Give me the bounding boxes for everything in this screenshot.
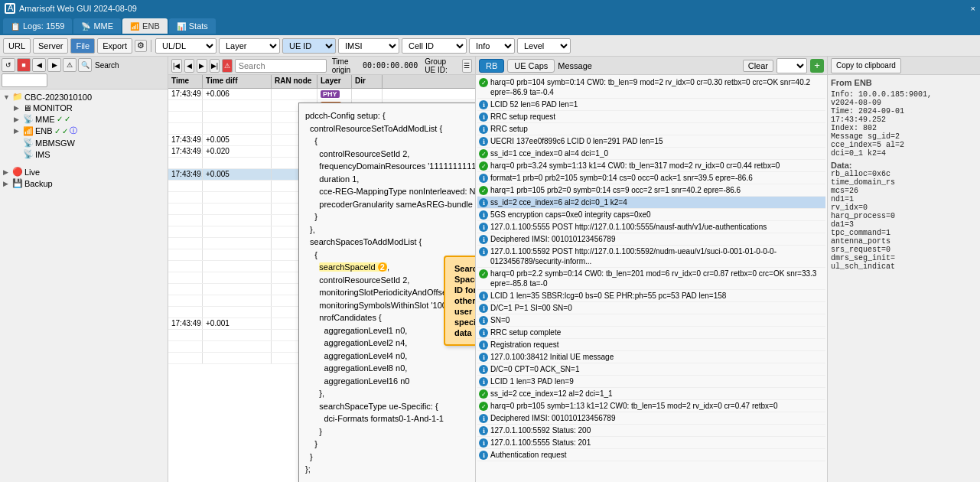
cell-time	[168, 341, 203, 352]
list-item[interactable]: ℹRRC setup complete	[477, 327, 825, 339]
cell-dir	[352, 89, 383, 99]
ue-caps-button[interactable]: UE Caps	[507, 59, 555, 73]
list-item[interactable]: ✓harq=1 prb=105 prb2=0 symb=0:14 cs=9 oc…	[477, 184, 825, 197]
rb-button[interactable]: RB	[479, 59, 504, 73]
imsi-select[interactable]: IMSI	[338, 38, 399, 54]
list-item[interactable]: ℹ127.0.100:38412 Initial UE message	[477, 351, 825, 363]
list-item[interactable]: ℹLCID 1 len=35 SBSR:lcg=0 bs=0 SE PHR:ph…	[477, 290, 825, 302]
list-item[interactable]: ℹ127.0.1.100:5555 POST http://127.0.1.10…	[477, 221, 825, 233]
cell-id-select[interactable]: Cell ID	[402, 38, 467, 54]
close-button[interactable]: ×	[971, 4, 975, 13]
settings-icon[interactable]: ⚙	[135, 40, 147, 52]
tree-item-mbmsgw[interactable]: 📡 MBMSGW	[2, 137, 166, 148]
list-item[interactable]: ℹRRC setup	[477, 123, 825, 135]
tab-mme[interactable]: 📡 MME	[73, 18, 121, 34]
message-filter-select[interactable]	[777, 58, 807, 73]
msg-text: RRC setup complete	[490, 327, 824, 337]
list-item[interactable]: ℹ5GS encryption caps=0xe0 integrity caps…	[477, 209, 825, 221]
copy-clipboard-button[interactable]: Copy to clipboard	[831, 58, 901, 73]
export-button[interactable]: Export	[97, 38, 132, 54]
data-srs: srs_request=0	[831, 246, 977, 254]
tree-search-input[interactable]	[2, 73, 47, 87]
list-item[interactable]: ℹss_id=2 cce_index=6 al=2 dci=0_1 k2=4	[477, 197, 825, 209]
next-icon[interactable]: ▶	[47, 58, 61, 72]
list-item[interactable]: ℹ127.0.1.100:5555 Status: 201	[477, 437, 825, 449]
prev-icon[interactable]: ◀	[32, 58, 46, 72]
tree-arrow: ▶	[14, 127, 21, 135]
list-item[interactable]: ℹSN=0	[477, 314, 825, 327]
list-item[interactable]: ℹ127.0.1.100:5592 Status: 200	[477, 425, 825, 437]
data-antenna: antenna_ports	[831, 237, 977, 246]
list-item[interactable]: ✓ss_id=2 cce_index=12 al=2 dci=1_1	[477, 388, 825, 400]
info-icon: ℹ	[479, 210, 488, 220]
layer-select[interactable]: Layer	[219, 38, 280, 54]
tree-label-enb: ENB	[35, 126, 53, 135]
list-item[interactable]: ℹRegistration request	[477, 339, 825, 351]
tree-item-mme[interactable]: ▶ 📡 MME ✓ ✓	[2, 113, 166, 125]
log-prev-icon[interactable]: ◀	[184, 59, 195, 73]
list-item[interactable]: ✓harq=0 prb=104 symb=0:14 CW0: tb_len=9 …	[477, 77, 825, 99]
list-item[interactable]: ℹUECRI 137ee0f899c6 LCID 0 len=291 PAD l…	[477, 135, 825, 148]
tree-item-enb[interactable]: ▶ 📶 ENB ✓ ✓ ⓘ	[2, 125, 166, 137]
log-next-icon[interactable]: ▶	[197, 59, 207, 73]
list-item[interactable]: ℹD/C=1 P=1 SI=00 SN=0	[477, 302, 825, 314]
info-icon: ℹ	[479, 328, 488, 337]
group-ue-icon[interactable]: ☰	[462, 59, 473, 73]
refresh-icon[interactable]: ↺	[2, 58, 15, 72]
log-last-icon[interactable]: ▶|	[210, 59, 220, 73]
info-section-from: From ENB	[831, 78, 977, 87]
info-select[interactable]: Info	[469, 38, 515, 54]
stop-icon[interactable]: ■	[17, 58, 31, 72]
log-stop-icon[interactable]: ⚠	[222, 59, 233, 73]
log-search-input[interactable]	[235, 59, 327, 73]
tree-item-ims[interactable]: 📡 IMS	[2, 148, 166, 160]
cell-time	[168, 123, 203, 134]
list-item[interactable]: ℹLCID 1 len=3 PAD len=9	[477, 376, 825, 388]
list-item[interactable]: ✓ss_id=1 cce_index=0 al=4 dci=1_0	[477, 148, 825, 160]
list-item[interactable]: ℹDeciphered IMSI: 001010123456789	[477, 412, 825, 425]
list-item[interactable]: ℹLCID 52 len=6 PAD len=1	[477, 99, 825, 111]
tab-stats[interactable]: 📊 Stats	[169, 18, 216, 34]
data-rb-alloc: rb_alloc=0x6c	[831, 170, 977, 178]
filter-icon[interactable]: 🔍	[78, 58, 92, 72]
tree-arrow: ▼	[3, 93, 11, 101]
level-select[interactable]: Level	[517, 38, 571, 54]
popup-line: searchSpacesToAddModList {	[305, 236, 475, 249]
list-item[interactable]: ℹ127.0.1.100:5592 POST http://127.0.1.10…	[477, 246, 825, 268]
svg-text:A: A	[8, 5, 14, 12]
tree-item-backup[interactable]: ▶ 💾 Backup	[2, 177, 166, 189]
tab-logs[interactable]: 📋 Logs: 1559	[3, 18, 72, 34]
info-icon: ℹ	[479, 365, 488, 374]
add-filter-button[interactable]: +	[810, 59, 824, 73]
cell-diff	[203, 284, 272, 295]
cell-time	[168, 307, 203, 318]
list-item[interactable]: ✓harq=0 prb=105 symb=1:13 k1=12 CW0: tb_…	[477, 400, 825, 412]
msg-text: format=1 prb=0 prb2=105 symb=0:14 cs=0 o…	[490, 173, 824, 183]
log-first-icon[interactable]: |◀	[171, 59, 182, 73]
list-item[interactable]: ℹRRC setup request	[477, 111, 825, 123]
message-label: Message sg_id=2	[831, 132, 977, 141]
server-button[interactable]: Server	[33, 38, 68, 54]
list-item[interactable]: ℹD/C=0 CPT=0 ACK_SN=1	[477, 363, 825, 376]
url-button[interactable]: URL	[3, 38, 31, 54]
tree-item-monitor[interactable]: ▶ 🖥 MONITOR	[2, 103, 166, 113]
tree-item-cbc[interactable]: ▼ 📁 CBC-2023010100	[2, 91, 166, 103]
tab-enb[interactable]: 📶 ENB	[122, 18, 168, 34]
file-button[interactable]: File	[70, 38, 95, 54]
warning-icon[interactable]: ⚠	[63, 58, 77, 72]
index-label: Index: 802	[831, 124, 977, 132]
list-item[interactable]: ℹDeciphered IMSI: 001010123456789	[477, 233, 825, 246]
list-item[interactable]: ℹAuthentication request	[477, 449, 825, 461]
clear-button[interactable]: Clear	[743, 60, 773, 72]
list-item[interactable]: ✓harq=0 prb=3.24 symb=1:13 k1=4 CW0: tb_…	[477, 160, 825, 172]
center-panel: |◀ ◀ ▶ ▶| ⚠ Time origin 00:00:00.000 Gro…	[168, 57, 475, 482]
ue-id-select[interactable]: UE ID	[282, 38, 336, 54]
list-item[interactable]: ℹformat=1 prb=0 prb2=105 symb=0:14 cs=0 …	[477, 172, 825, 184]
tree-item-live[interactable]: ▶ 🔴 Live	[2, 166, 166, 177]
table-row[interactable]: 17:43:49.227+0.006PHY	[168, 89, 475, 100]
ul-dl-select[interactable]: UL/DLULDL	[155, 38, 217, 54]
tab-stats-label: Stats	[189, 21, 208, 31]
info-icon: ℹ	[479, 174, 488, 183]
list-item[interactable]: ✓harq=0 prb=2.2 symb=0:14 CW0: tb_len=20…	[477, 268, 825, 290]
cell-time	[168, 261, 203, 272]
